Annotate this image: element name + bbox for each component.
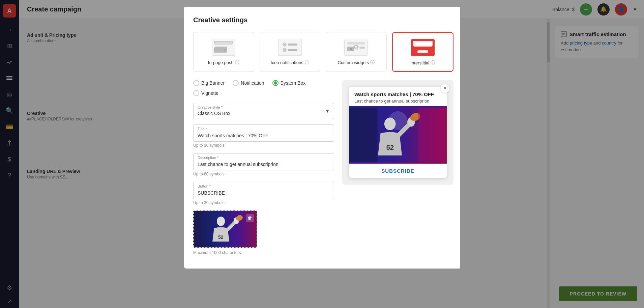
custom-widgets-info-icon[interactable]: ⓘ <box>370 59 375 65</box>
modal-title: Creative settings <box>193 16 453 24</box>
button-field-wrapper: Button * <box>193 182 334 199</box>
interstitial-label: Interstitial <box>410 60 429 65</box>
modal-left: Big Banner Notification System Box <box>193 80 334 260</box>
interstitial-icon-wrapper <box>409 38 436 57</box>
button-hint: Up to 30 symbols <box>193 200 334 205</box>
icon-notifications-info-icon[interactable]: ⓘ <box>305 59 309 65</box>
preview-panel: × Watch sports matches | 70% OFF Last ch… <box>342 80 453 185</box>
title-input[interactable] <box>198 128 330 138</box>
preview-close-button[interactable]: × <box>441 84 449 93</box>
delete-image-icon[interactable]: 🗑 <box>246 214 254 222</box>
radio-system-box[interactable]: System Box <box>272 80 306 86</box>
button-input[interactable] <box>198 185 330 196</box>
image-upload-section: 52 🗑 Maximum 1000 characters <box>193 211 334 255</box>
svg-rect-16 <box>418 108 447 162</box>
button-field-label: Button * <box>198 184 211 188</box>
preview-card-desc: Last chance to get annual subscriprion <box>354 99 441 104</box>
preview-subscribe-button[interactable]: SUBSCRIBE <box>381 168 414 174</box>
title-hint: Up to 30 symbols <box>193 143 334 148</box>
preview-card-title: Watch sports matches | 70% OFF <box>354 91 441 97</box>
description-field-label: Description * <box>198 156 218 160</box>
custom-widgets-icon-wrapper: ⚙ <box>343 38 370 57</box>
interstitial-icon <box>411 39 435 56</box>
description-field-wrapper: Description * <box>193 153 334 170</box>
preview-card-footer: SUBSCRIBE <box>349 164 447 178</box>
title-section: Title * Up to 30 symbols <box>193 124 334 148</box>
preview-card: Watch sports matches | 70% OFF Last chan… <box>349 87 447 178</box>
creative-style-label: Creative style * <box>198 105 223 109</box>
radio-row-1: Big Banner Notification System Box <box>193 80 334 86</box>
description-hint: Up to 60 symbols <box>193 172 334 176</box>
icon-notifications-icon-wrapper <box>276 38 303 57</box>
custom-widgets-icon: ⚙ <box>344 39 368 56</box>
creative-style-select[interactable]: Creative style * Classic OS Box ▼ <box>193 103 334 119</box>
radio-vignette[interactable]: Vignette <box>193 90 218 96</box>
preview-sport-image: 52 <box>349 106 447 164</box>
svg-point-11 <box>384 118 396 130</box>
preview-card-header: Watch sports matches | 70% OFF Last chan… <box>349 87 447 106</box>
svg-text:52: 52 <box>386 143 394 151</box>
creative-style-arrow-icon: ▼ <box>325 108 330 114</box>
radio-notification-circle[interactable] <box>233 80 239 86</box>
preview-card-image: 52 <box>349 106 447 164</box>
radio-system-box-label: System Box <box>281 80 306 86</box>
radio-system-box-circle[interactable] <box>272 80 279 86</box>
radio-row-vignette: Vignette <box>193 90 334 96</box>
description-section: Description * Up to 60 symbols <box>193 153 334 176</box>
radio-notification[interactable]: Notification <box>233 80 264 86</box>
svg-point-5 <box>217 217 225 226</box>
ad-type-interstitial[interactable]: Interstitial ⓘ <box>392 32 454 72</box>
in-page-push-icon-wrapper <box>210 38 237 57</box>
radio-big-banner-circle[interactable] <box>193 80 199 86</box>
title-field-label: Title * <box>198 127 207 131</box>
radio-big-banner[interactable]: Big Banner <box>193 80 225 86</box>
modal-overlay: Creative settings <box>0 0 644 308</box>
modal-right: × Watch sports matches | 70% OFF Last ch… <box>342 80 453 260</box>
svg-rect-15 <box>349 108 377 162</box>
radio-vignette-circle[interactable] <box>193 90 199 96</box>
ad-type-cards: In-page push ⓘ <box>193 32 453 72</box>
custom-widgets-label: Custom widgets <box>338 60 369 65</box>
max-chars-label: Maximum 1000 characters <box>193 250 334 255</box>
in-page-push-icon <box>212 39 235 56</box>
title-field-wrapper: Title * <box>193 124 334 142</box>
ad-type-custom-widgets[interactable]: ⚙ Custom widgets ⓘ <box>326 32 387 72</box>
ad-type-in-page-push[interactable]: In-page push ⓘ <box>193 32 254 72</box>
in-page-push-label: In-page push <box>208 60 234 65</box>
in-page-push-info-icon[interactable]: ⓘ <box>235 59 239 65</box>
modal-container: Creative settings <box>184 7 460 269</box>
icon-notifications-label: Icon notifications <box>271 60 303 65</box>
radio-big-banner-label: Big Banner <box>201 80 225 86</box>
interstitial-info-icon[interactable]: ⓘ <box>431 60 435 66</box>
icon-notifications-icon <box>278 39 302 56</box>
creative-style-section: Creative style * Classic OS Box ▼ <box>193 103 334 119</box>
modal: Creative settings <box>184 7 460 269</box>
image-upload-area[interactable]: 52 🗑 <box>193 211 257 248</box>
ad-type-icon-notifications[interactable]: Icon notifications ⓘ <box>260 32 321 72</box>
radio-vignette-label: Vignette <box>201 90 218 96</box>
modal-body: Big Banner Notification System Box <box>193 80 453 260</box>
button-section: Button * Up to 30 symbols <box>193 182 334 205</box>
svg-text:52: 52 <box>218 234 224 240</box>
radio-notification-label: Notification <box>241 80 264 86</box>
